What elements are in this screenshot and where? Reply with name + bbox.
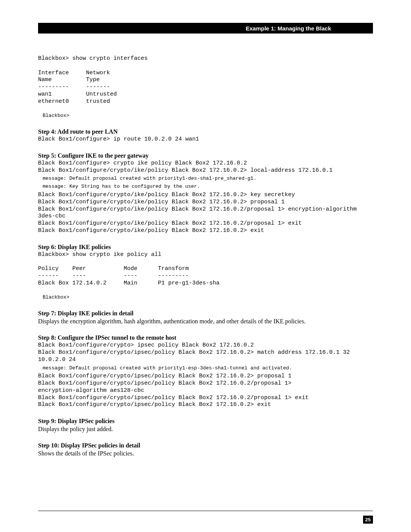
step6-prompt: Blackbox>	[43, 294, 373, 301]
step6-code: Blackbox> show crypto ike policy all Pol…	[38, 251, 373, 287]
step7-heading: Step 7: Display IKE policies in detail	[38, 310, 373, 317]
prompt-blackbox: Blackbox>	[43, 113, 373, 119]
step6-heading: Step 6: Display IKE policies	[38, 244, 373, 251]
step5-heading: Step 5: Configure IKE to the peer gatewa…	[38, 152, 373, 159]
header-bar: Example 1: Managing the Black	[38, 23, 373, 34]
step5-code2: Black Box1/configure/crypto/ike/policy B…	[38, 192, 373, 235]
page-number: 25	[363, 516, 373, 524]
step9-text: Displays the policy just added.	[38, 425, 373, 433]
step10-text: Shows the details of the IPSec policies.	[38, 450, 373, 457]
step4-code: Black Box1/configure> ip route 10.0.2.0 …	[38, 136, 373, 143]
header-title: Example 1: Managing the Black	[246, 25, 331, 32]
step10-heading: Step 10: Display IPSec policies in detai…	[38, 442, 373, 449]
step8-heading: Step 8: Configure the IPSec tunnel to th…	[38, 334, 373, 341]
step5-code1: Black Box1/configure> crypto ike policy …	[38, 160, 373, 174]
step5-msg1: message: Default proposal created with p…	[43, 176, 373, 182]
step4-heading: Step 4: Add route to peer LAN	[38, 128, 373, 135]
footer-rule	[38, 511, 373, 511]
step5-msg2: message: Key String has to be configured…	[43, 184, 373, 190]
step9-heading: Step 9: Display IPSec policies	[38, 418, 373, 425]
step7-text: Displays the encryption algorithm, hash …	[38, 318, 373, 325]
page-content: Blackbox> show crypto interfaces Interfa…	[0, 34, 411, 457]
step8-code1: Black Box1/configure/crypto> ipsec polic…	[38, 342, 373, 363]
code-block-interfaces: Blackbox> show crypto interfaces Interfa…	[38, 55, 373, 105]
step8-code2: Black Box1/configure/crypto/ipsec/policy…	[38, 373, 373, 409]
step8-msg1: message: Default proposal created with p…	[43, 365, 373, 372]
